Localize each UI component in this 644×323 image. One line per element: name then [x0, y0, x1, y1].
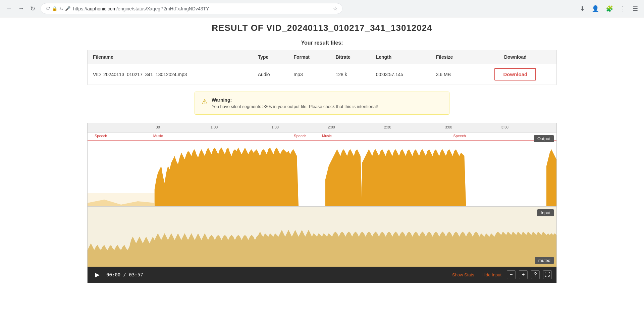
warning-text: Warning: You have silent segments >30s i…	[212, 97, 378, 109]
download-button[interactable]: Download	[494, 68, 536, 80]
extensions-button[interactable]: 🧩	[604, 4, 615, 14]
col-length: Length	[371, 50, 431, 64]
cell-length: 00:03:57.145	[371, 64, 431, 85]
timeline-mark-30: 30	[156, 125, 160, 129]
page-title: RESULT OF VID_20240113_010217_341_130120…	[87, 17, 557, 40]
result-label: Your result files:	[87, 40, 557, 46]
col-filename: Filename	[88, 50, 253, 64]
timeline-inner: 30 1:00 1:30 2:00 2:30 3:00 3:30	[88, 123, 556, 132]
output-waveform-svg	[88, 132, 556, 206]
more-button[interactable]: ⋮	[618, 4, 628, 14]
lock-icon: 🔒	[52, 6, 57, 11]
warning-message: You have silent segments >30s in your ou…	[212, 104, 378, 109]
time-separator: /	[123, 272, 129, 277]
help-button[interactable]: ?	[531, 270, 540, 279]
warning-box: ⚠ Warning: You have silent segments >30s…	[195, 92, 449, 115]
shield-icon: 🛡	[46, 6, 50, 11]
downloads-button[interactable]: ⬇	[578, 4, 587, 14]
timeline-mark-200: 2:00	[328, 125, 335, 129]
fullscreen-button[interactable]: ⛶	[543, 270, 552, 279]
result-section: RESULT OF VID_20240113_010217_341_130120…	[87, 17, 557, 283]
mic-icon: 🎤	[65, 6, 70, 11]
show-stats-button[interactable]: Show Stats	[450, 271, 476, 278]
cell-filesize: 3.6 MB	[431, 64, 474, 85]
cell-filename: VID_20240113_010217_341_13012024.mp3	[88, 64, 253, 85]
timeline: 30 1:00 1:30 2:00 2:30 3:00 3:30	[88, 123, 556, 132]
hide-input-button[interactable]: Hide Input	[480, 271, 503, 278]
col-download: Download	[474, 50, 557, 64]
red-line	[88, 141, 556, 141]
address-icons: 🛡 🔒 ⇆ 🎤	[46, 6, 70, 11]
profile-button[interactable]: 👤	[590, 4, 601, 14]
col-filesize: Filesize	[431, 50, 474, 64]
total-time: 03:57	[129, 272, 143, 277]
timeline-mark-130: 1:30	[271, 125, 278, 129]
current-time: 00:00	[106, 272, 120, 277]
browser-actions: ⬇ 👤 🧩 ⋮ ☰	[578, 4, 640, 14]
col-type: Type	[253, 50, 288, 64]
warning-title: Warning:	[212, 97, 378, 103]
col-bitrate: Bitrate	[330, 50, 370, 64]
output-label: Output	[534, 135, 554, 142]
player-actions: Show Stats Hide Input − + ? ⛶	[450, 270, 552, 279]
cell-bitrate: 128 k	[330, 64, 370, 85]
muted-label: muted	[535, 257, 554, 264]
timeline-mark-100: 1:00	[211, 125, 218, 129]
url-display: https://auphonic.com/engine/status/Xxqeg…	[73, 6, 330, 11]
time-display: 00:00 / 03:57	[106, 272, 143, 277]
back-button[interactable]: ←	[4, 4, 14, 13]
cell-type: Audio	[253, 64, 288, 85]
page-content: RESULT OF VID_20240113_010217_341_130120…	[0, 17, 644, 290]
forward-button[interactable]: →	[16, 4, 26, 13]
waveform-output: Speech Music Speech Music Speech Output	[88, 132, 556, 206]
zoom-out-button[interactable]: −	[507, 270, 516, 279]
waveform-container: 30 1:00 1:30 2:00 2:30 3:00 3:30 Speech …	[87, 123, 557, 283]
play-button[interactable]: ▶	[92, 270, 102, 280]
warning-icon: ⚠	[202, 98, 208, 106]
col-format: Format	[288, 50, 330, 64]
cell-download: Download	[474, 64, 557, 85]
waveform-input: Input muted	[88, 206, 556, 267]
timeline-mark-330: 3:30	[501, 125, 508, 129]
file-table: Filename Type Format Bitrate Length File…	[87, 50, 557, 85]
table-body: VID_20240113_010217_341_13012024.mp3 Aud…	[88, 64, 557, 85]
nav-buttons: ← → ↻	[4, 4, 37, 14]
cell-format: mp3	[288, 64, 330, 85]
browser-chrome: ← → ↻ 🛡 🔒 ⇆ 🎤 https://auphonic.com/engin…	[0, 0, 644, 17]
timeline-mark-300: 3:00	[445, 125, 452, 129]
table-row: VID_20240113_010217_341_13012024.mp3 Aud…	[88, 64, 557, 85]
menu-button[interactable]: ☰	[631, 4, 640, 14]
input-waveform-svg	[88, 207, 556, 267]
zoom-in-button[interactable]: +	[519, 270, 528, 279]
reload-button[interactable]: ↻	[28, 4, 37, 14]
player-controls: ▶ 00:00 / 03:57 Show Stats Hide Input − …	[88, 267, 556, 283]
address-bar[interactable]: 🛡 🔒 ⇆ 🎤 https://auphonic.com/engine/stat…	[41, 3, 342, 14]
settings-icon: ⇆	[59, 6, 63, 11]
timeline-mark-230: 2:30	[384, 125, 391, 129]
bookmark-button[interactable]: ☆	[333, 5, 337, 12]
table-header: Filename Type Format Bitrate Length File…	[88, 50, 557, 64]
input-label: Input	[537, 209, 554, 216]
